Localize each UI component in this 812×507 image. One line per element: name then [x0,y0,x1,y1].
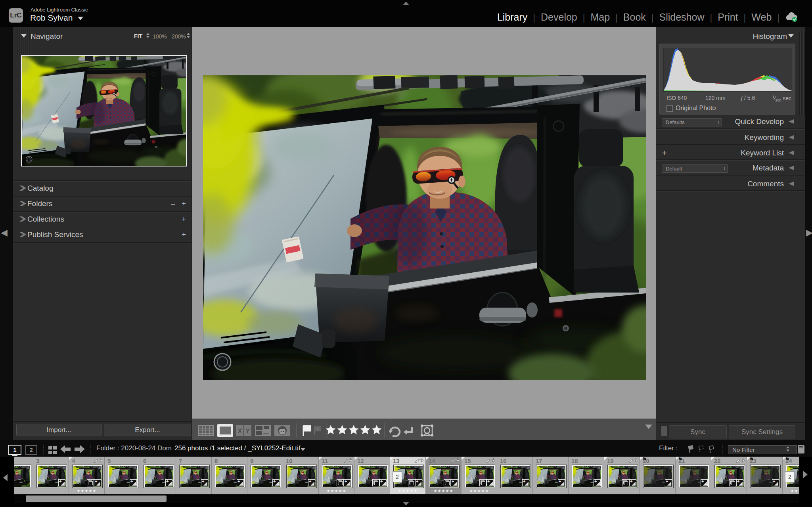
svg-text:Y: Y [245,427,250,435]
svg-text:X: X [237,427,242,435]
svg-text:x: x [317,427,319,430]
